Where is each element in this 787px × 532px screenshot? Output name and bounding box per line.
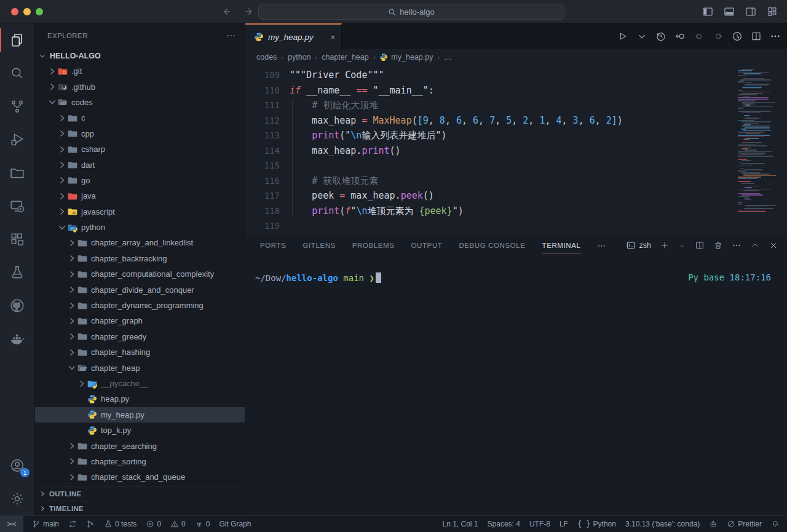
- outline-section-header[interactable]: OUTLINE: [35, 486, 245, 501]
- minimap[interactable]: [738, 69, 777, 213]
- back-icon[interactable]: [221, 7, 231, 17]
- terminal[interactable]: ~/Dow/hello-algo main ❯ Py base 18:17:16: [245, 256, 787, 515]
- tab-my-heap-py[interactable]: my_heap.py ×: [245, 23, 342, 49]
- status-spaces-4[interactable]: Spaces: 4: [488, 520, 520, 528]
- breadcrumb-item[interactable]: …: [444, 53, 452, 62]
- activity-extensions[interactable]: [0, 223, 34, 256]
- code-line-115[interactable]: 115: [245, 158, 787, 173]
- tree-root-hello-algo[interactable]: HELLO-ALGO: [35, 48, 245, 63]
- tree-item-csharp[interactable]: csharp: [35, 141, 245, 157]
- status-main[interactable]: main: [32, 520, 59, 528]
- status-bell-icon[interactable]: [771, 520, 780, 528]
- next-change-icon[interactable]: [713, 31, 724, 42]
- code-line-114[interactable]: 114 max_heap.print(): [245, 143, 787, 159]
- code-line-113[interactable]: 113 print("\n输入列表并建堆后"): [245, 128, 787, 143]
- code-line-117[interactable]: 117 peek = max_heap.peek(): [245, 188, 787, 204]
- panel-tab-output[interactable]: OUTPUT: [411, 234, 443, 256]
- tree-item-chapter-greedy[interactable]: chapter_greedy: [35, 329, 245, 344]
- status-robot-icon[interactable]: [709, 520, 718, 528]
- tree-item-javascript[interactable]: JSjavascript: [35, 204, 245, 220]
- tree-item-top-k-py[interactable]: top_k.py: [35, 423, 245, 438]
- activity-source-control[interactable]: [0, 90, 34, 123]
- tree-item-chapter-searching[interactable]: chapter_searching: [35, 438, 245, 453]
- activity-explorer[interactable]: [0, 23, 34, 57]
- minimize-window-button[interactable]: [23, 8, 31, 15]
- breadcrumb-item[interactable]: codes: [256, 53, 277, 62]
- tree-item-my-heap-py[interactable]: my_heap.py: [35, 407, 245, 423]
- activity-accounts[interactable]: 1: [0, 449, 34, 482]
- panel-tab-ports[interactable]: PORTS: [260, 234, 286, 256]
- panel-tab-debug-console[interactable]: DEBUG CONSOLE: [459, 234, 525, 256]
- code-editor[interactable]: 109"""Driver Code"""110if __name__ == "_…: [245, 65, 787, 234]
- toggle-primary-sidebar-icon[interactable]: [702, 6, 714, 18]
- tree-item--github[interactable]: .github: [35, 79, 245, 94]
- activity-settings[interactable]: [0, 482, 34, 515]
- maximize-window-button[interactable]: [36, 8, 43, 15]
- tree-item-chapter-stack-and-queue[interactable]: chapter_stack_and_queue: [35, 469, 245, 485]
- timeline-section-header[interactable]: TIMELINE: [35, 501, 245, 515]
- tree-item--pycache-[interactable]: __pycache__: [35, 376, 245, 391]
- breadcrumb-item[interactable]: python: [288, 53, 311, 62]
- close-tab-icon[interactable]: ×: [330, 33, 335, 42]
- code-line-111[interactable]: 111 # 初始化大顶堆: [245, 98, 787, 113]
- forward-icon[interactable]: [245, 7, 255, 17]
- tree-item-cpp[interactable]: cpp: [35, 126, 245, 141]
- tree-item-chapter-sorting[interactable]: chapter_sorting: [35, 454, 245, 469]
- toggle-panel-icon[interactable]: [723, 6, 735, 18]
- tree-item-heap-py[interactable]: heap.py: [35, 391, 245, 407]
- code-line-116[interactable]: 116 # 获取堆顶元素: [245, 173, 787, 189]
- status-scm-graph-icon[interactable]: [86, 520, 95, 528]
- run-icon[interactable]: [617, 31, 628, 42]
- blame-icon[interactable]: [732, 31, 743, 42]
- code-line-118[interactable]: 118 print(f"\n堆顶元素为 {peek}"): [245, 204, 787, 219]
- tree-item-chapter-array-and-linkedlist[interactable]: chapter_array_and_linkedlist: [35, 235, 245, 250]
- explorer-more-actions-icon[interactable]: ⋯: [226, 30, 236, 41]
- tree-item-chapter-dynamic-programming[interactable]: chapter_dynamic_programming: [35, 298, 245, 313]
- panel-tab-problems[interactable]: PROBLEMS: [352, 234, 395, 256]
- open-changes-icon[interactable]: [674, 31, 686, 42]
- status-utf-8[interactable]: UTF-8: [529, 520, 550, 528]
- close-window-button[interactable]: [11, 8, 18, 15]
- customize-layout-icon[interactable]: [766, 6, 778, 18]
- code-line-109[interactable]: 109"""Driver Code""": [245, 68, 787, 83]
- tree-item-c[interactable]: c: [35, 110, 245, 125]
- more-actions-icon[interactable]: [732, 240, 742, 250]
- tree-item-go[interactable]: go: [35, 173, 245, 188]
- tree-item-chapter-heap[interactable]: chapter_heap: [35, 360, 245, 375]
- status-ln-1-col-1[interactable]: Ln 1, Col 1: [442, 520, 478, 528]
- status-lf[interactable]: LF: [560, 520, 568, 528]
- tree-item-chapter-hashing[interactable]: chapter_hashing: [35, 344, 245, 360]
- command-center-search[interactable]: hello-algo: [258, 4, 564, 20]
- activity-remote-explorer[interactable]: [0, 189, 34, 223]
- split-panel-icon[interactable]: [695, 240, 705, 250]
- status-0-tests[interactable]: 0 tests: [104, 520, 136, 528]
- chevron-down-icon[interactable]: [678, 242, 686, 250]
- status-git-graph[interactable]: Git Graph: [219, 520, 251, 528]
- status-python[interactable]: { }Python: [577, 520, 616, 528]
- status-3-10-13-base-conda[interactable]: 3.10.13 ('base': conda): [625, 520, 700, 528]
- status-sync-icon[interactable]: [68, 520, 77, 528]
- status-0[interactable]: 0: [170, 520, 186, 528]
- activity-run-debug[interactable]: [0, 123, 34, 156]
- tree-item-java[interactable]: java: [35, 188, 245, 204]
- history-icon[interactable]: [655, 31, 666, 42]
- prev-change-icon[interactable]: [694, 31, 705, 42]
- activity-project-manager[interactable]: [0, 156, 34, 189]
- status-prettier[interactable]: Prettier: [727, 520, 762, 528]
- tree-item-dart[interactable]: dart: [35, 157, 245, 172]
- code-line-110[interactable]: 110if __name__ == "__main__":: [245, 83, 787, 98]
- status-0[interactable]: 0: [146, 520, 161, 528]
- activity-github[interactable]: [0, 289, 34, 322]
- tree-item-codes[interactable]: codes: [35, 95, 245, 110]
- close-icon[interactable]: [769, 240, 778, 250]
- trash-icon[interactable]: [713, 240, 723, 250]
- activity-search[interactable]: [0, 57, 34, 90]
- chevron-up-icon[interactable]: [750, 240, 760, 250]
- plus-icon[interactable]: [660, 240, 670, 250]
- panel-tab-gitlens[interactable]: GITLENS: [303, 234, 335, 256]
- status-0[interactable]: 0: [195, 520, 210, 528]
- split-editor-icon[interactable]: [751, 31, 762, 42]
- panel-tab-terminal[interactable]: TERMINAL: [542, 234, 581, 256]
- code-line-112[interactable]: 112 max_heap = MaxHeap([9, 8, 6, 6, 7, 5…: [245, 113, 787, 129]
- tree-item-chapter-graph[interactable]: chapter_graph: [35, 313, 245, 328]
